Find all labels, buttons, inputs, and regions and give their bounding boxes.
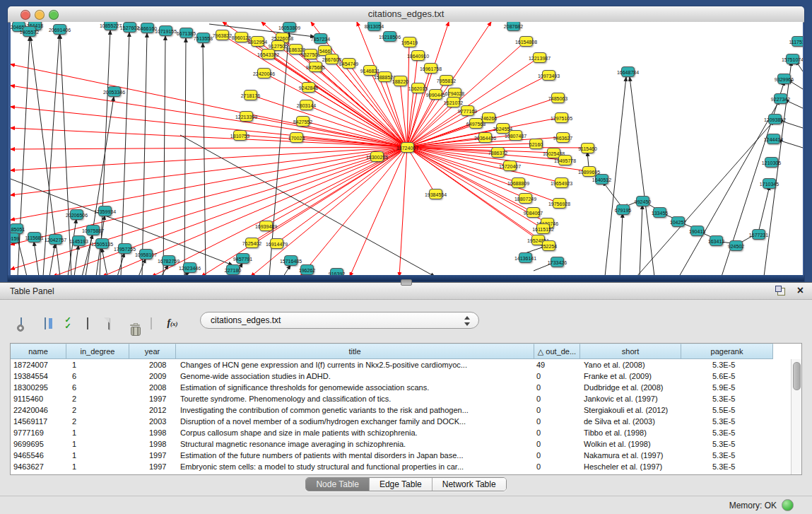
graph-node[interactable]: 18724007	[401, 142, 414, 153]
graph-node[interactable]: 1527602	[123, 22, 136, 33]
graph-node[interactable]: 19495778	[558, 155, 572, 165]
tab-network-table[interactable]: Network Table	[433, 478, 506, 491]
graph-node[interactable]: 679195	[616, 204, 630, 215]
network-canvas[interactable]: 2046511644181405572206914061085522715276…	[11, 22, 803, 276]
scrollbar-thumb[interactable]	[793, 362, 801, 390]
graph-node[interactable]: 15716485	[284, 255, 298, 266]
graph-node[interactable]: 17957255	[118, 243, 131, 254]
graph-node[interactable]: 10855227	[104, 22, 117, 30]
graph-node[interactable]: 9242848	[302, 82, 315, 93]
graph-node[interactable]: 2718176	[244, 90, 257, 100]
graph-node[interactable]: 170023	[290, 132, 303, 143]
table-row[interactable]: 946362711997Embryonic stem cells: a mode…	[11, 461, 801, 472]
graph-node[interactable]: 16115152	[536, 223, 550, 234]
column-header-title[interactable]: title	[176, 344, 534, 359]
graph-node[interactable]: 19218506	[383, 31, 396, 42]
graph-node[interactable]: 1117513	[792, 36, 803, 47]
table-row[interactable]: 2242004622012Investigating the contribut…	[11, 404, 801, 416]
graph-node[interactable]: 7513558	[196, 33, 210, 43]
tab-node-table[interactable]: Node Table	[306, 478, 370, 491]
graph-node[interactable]: 22420046	[257, 68, 271, 78]
graph-node[interactable]: 1210305	[765, 157, 778, 168]
table-row[interactable]: 1456911722003Disruption of a novel membe…	[11, 416, 801, 427]
graph-node[interactable]: 14136141	[519, 252, 532, 263]
graph-node[interactable]: 10719155	[159, 25, 172, 36]
table-row[interactable]: 1872400712008Changes of HCN gene express…	[11, 359, 801, 370]
graph-node[interactable]: 10688809	[512, 177, 525, 188]
graph-node[interactable]: 39159	[11, 233, 19, 243]
vertical-scrollbar[interactable]	[791, 359, 801, 474]
panel-splitter-handle[interactable]	[401, 279, 412, 286]
graph-node[interactable]: 8454749	[342, 58, 355, 69]
graph-node[interactable]: 1621072	[447, 97, 460, 107]
row-height-button[interactable]	[78, 313, 98, 334]
graph-node[interactable]: 8427552	[296, 116, 310, 127]
graph-node[interactable]: 190413	[690, 226, 704, 236]
graph-node[interactable]: 16914479	[270, 238, 283, 249]
graph-node[interactable]: 227180	[226, 264, 240, 275]
graph-node[interactable]: 1640512	[595, 174, 608, 185]
graph-node[interactable]: 16961758	[424, 63, 437, 74]
graph-node[interactable]: 9327508	[304, 49, 317, 59]
graph-node[interactable]: 1362015	[411, 83, 425, 93]
graph-node[interactable]: 10975887	[86, 225, 100, 235]
graph-node[interactable]: 163412	[710, 235, 723, 246]
graph-node[interactable]: 2803144	[300, 100, 313, 110]
delete-column-button[interactable]	[120, 313, 140, 334]
graph-node[interactable]: 20364436	[478, 132, 492, 143]
graph-node[interactable]: 19384554	[429, 189, 442, 199]
delete-table-button[interactable]	[141, 313, 161, 334]
column-header-year[interactable]: year	[129, 344, 176, 359]
graph-node[interactable]: 1145193	[72, 235, 86, 246]
graph-node[interactable]: 1677231	[752, 229, 765, 240]
graph-node[interactable]: 12975105	[555, 112, 568, 123]
graph-node[interactable]: 104257	[671, 216, 685, 227]
function-builder-button[interactable]: f(x)	[163, 313, 182, 334]
graph-node[interactable]: 6466160	[141, 23, 154, 33]
graph-node[interactable]: 9990445	[429, 89, 442, 100]
table-mode-button[interactable]	[11, 313, 31, 334]
graph-node[interactable]: 7963822	[216, 30, 229, 40]
graph-node[interactable]: 15720407	[503, 160, 517, 171]
graph-node[interactable]: 16053809	[283, 22, 296, 33]
column-header-pagerank[interactable]: pagerank	[681, 344, 773, 359]
window-titlebar[interactable]: citations_edges.txt	[8, 6, 804, 23]
float-panel-icon[interactable]	[775, 286, 785, 296]
graph-node[interactable]: 7955812	[440, 75, 453, 86]
column-header-out-de-[interactable]: △ out_de...	[534, 344, 580, 359]
graph-node[interactable]: 1733426	[551, 257, 564, 267]
graph-node[interactable]: 2087682	[507, 22, 520, 31]
graph-node[interactable]: 188220	[394, 76, 407, 86]
table-row[interactable]: 1938455462009Genome-wide association stu…	[11, 370, 801, 382]
tab-edge-table[interactable]: Edge Table	[370, 478, 433, 491]
graph-node[interactable]: 16939489	[259, 221, 273, 231]
graph-node[interactable]: 12213987	[533, 52, 546, 63]
graph-node[interactable]: 1115681	[28, 232, 41, 243]
graph-node[interactable]: 16782759	[162, 255, 175, 266]
graph-node[interactable]: 12923446	[183, 262, 196, 273]
show-columns-button[interactable]	[35, 313, 55, 334]
graph-node[interactable]: 8813054	[367, 22, 381, 31]
graph-node[interactable]: 20053346	[107, 86, 121, 97]
graph-node[interactable]: 16154808	[519, 36, 533, 47]
graph-node[interactable]: 20691406	[53, 24, 66, 35]
graph-node[interactable]: 16543382	[261, 49, 275, 59]
graph-node[interactable]: 9084067	[526, 207, 540, 218]
column-header-in-degree[interactable]: in_degree	[66, 344, 129, 359]
table-selector-dropdown[interactable]: citations_edges.txt	[200, 312, 479, 329]
graph-node[interactable]: 19654923	[555, 177, 568, 188]
graph-node[interactable]: 17359934	[98, 206, 112, 216]
graph-node[interactable]: 10973493	[542, 70, 555, 81]
graph-node[interactable]: 1710345	[763, 178, 776, 189]
graph-node[interactable]: 18807249	[519, 193, 532, 204]
graph-node[interactable]: 133455	[653, 207, 666, 218]
table-row[interactable]: 946554611997Estimation of the future num…	[11, 450, 801, 461]
graph-node[interactable]: 12093852	[768, 114, 782, 124]
graph-node[interactable]: 252254	[542, 240, 555, 251]
graph-node[interactable]: 1810753	[233, 130, 247, 141]
graph-node[interactable]: 12213399	[240, 111, 253, 122]
graph-node[interactable]: 62160	[529, 139, 543, 149]
graph-node[interactable]: 7886372	[491, 147, 505, 158]
graph-node[interactable]: 9777169	[461, 105, 474, 116]
graph-node[interactable]: 18640910	[411, 50, 425, 61]
